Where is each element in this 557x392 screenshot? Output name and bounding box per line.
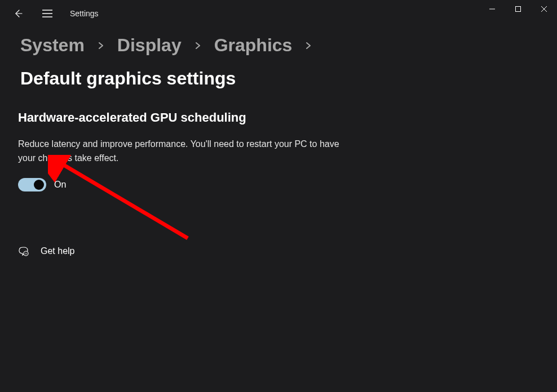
maximize-button[interactable] [505,0,531,18]
breadcrumb-system[interactable]: System [20,35,85,56]
breadcrumb-current: Default graphics settings [20,68,236,89]
hamburger-icon [42,10,52,17]
back-button[interactable] [12,8,24,19]
help-icon: ? [18,246,29,257]
section-description: Reduce latency and improve performance. … [18,137,345,166]
breadcrumb: System Display Graphics Default graphics… [0,27,557,95]
gpu-scheduling-toggle[interactable] [18,178,46,191]
help-label: Get help [41,246,74,256]
content-area: Hardware-accelerated GPU scheduling Redu… [0,95,557,257]
chevron-right-icon [304,42,312,50]
chevron-right-icon [97,42,105,50]
chevron-right-icon [194,42,202,50]
back-arrow-icon [14,9,23,18]
svg-rect-5 [516,7,521,12]
breadcrumb-display[interactable]: Display [117,35,182,56]
breadcrumb-graphics[interactable]: Graphics [214,35,293,56]
app-title: Settings [70,9,99,18]
title-bar: Settings [0,0,557,27]
nav-menu-button[interactable] [42,8,53,19]
maximize-icon [515,6,521,12]
minimize-button[interactable] [479,0,505,18]
gpu-scheduling-toggle-row: On [18,178,537,191]
close-button[interactable] [531,0,557,18]
get-help-link[interactable]: ? Get help [18,246,537,257]
minimize-icon [489,6,496,12]
toggle-knob [34,180,44,190]
toggle-state-label: On [54,180,66,190]
section-title: Hardware-accelerated GPU scheduling [18,110,537,125]
window-controls [479,0,557,18]
close-icon [541,6,547,12]
